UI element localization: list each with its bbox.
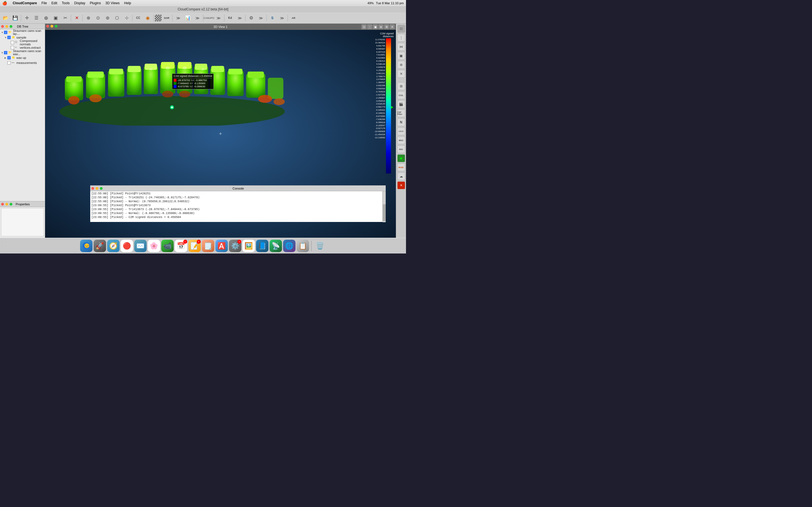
rt-mso[interactable]: MSO <box>397 136 405 144</box>
toolbar-pick2[interactable]: ⊙ <box>93 13 102 22</box>
rt-hrr[interactable]: HRR <box>397 127 405 135</box>
viewport-maximize-btn[interactable] <box>55 25 57 27</box>
tree-item-measurements[interactable]: ▶ — measurements <box>0 60 45 65</box>
rt-view1[interactable]: ⊞ <box>397 82 405 90</box>
menu-tools[interactable]: Tools <box>62 1 70 5</box>
toolbar-open[interactable]: 📂 <box>1 13 10 22</box>
dock-notes2[interactable]: 🗒️ <box>202 240 214 252</box>
tree-checkbox-compressed[interactable] <box>11 41 14 44</box>
prop-minimize[interactable] <box>5 203 8 206</box>
dock-calendar[interactable]: 📅 1 <box>175 240 187 252</box>
viewport-area[interactable]: 3D View 1 ⊡ ⋮ ▣ ⊛ ⚙ ✕ <box>45 24 396 238</box>
rt-rod[interactable]: ROD <box>397 163 405 171</box>
toolbar-translate[interactable]: ⊕ <box>42 13 50 22</box>
toolbar-chart[interactable]: 📊 <box>183 13 192 22</box>
console-scrollbar[interactable] <box>382 191 386 222</box>
toolbar-sor[interactable]: SOR <box>162 13 171 22</box>
tree-checkbox-waxup[interactable]: ✓ <box>7 56 11 59</box>
tree-checkbox-measurements[interactable] <box>7 61 11 64</box>
tree-arrow-sample[interactable]: ▼ <box>4 36 7 39</box>
rt-film[interactable]: 🎬 <box>397 100 405 108</box>
toolbar-more5[interactable]: ≫ <box>256 13 265 22</box>
console-scrollbar-thumb[interactable] <box>383 204 386 221</box>
dock-radar[interactable]: 📡 <box>269 240 282 252</box>
dock-finder[interactable]: 😊 <box>80 240 93 252</box>
rt-cloud[interactable]: ☁ <box>397 172 405 180</box>
toolbar-cloud[interactable]: ⊛ <box>103 13 112 22</box>
toolbar-more1[interactable]: ≫ <box>174 13 183 22</box>
vp-btn1[interactable]: ⊡ <box>361 24 366 29</box>
toolbar-kd[interactable]: Kd <box>225 13 235 22</box>
rt-close[interactable]: ✕ <box>397 70 405 78</box>
menu-edit[interactable]: Edit <box>51 1 57 5</box>
tree-checkbox-vertices[interactable] <box>11 46 14 49</box>
toolbar-delete[interactable]: ✕ <box>72 13 81 22</box>
rt-green-dot[interactable]: ● <box>397 154 405 162</box>
toolbar-ar[interactable]: AR <box>289 13 298 22</box>
menu-display[interactable]: Display <box>74 1 85 5</box>
dock-sysprefs[interactable]: ⚙️ 1 <box>229 240 241 252</box>
dock-trash[interactable]: 🗑️ <box>314 240 326 252</box>
console-maximize[interactable] <box>100 187 103 190</box>
vp-btn5[interactable]: ⚙ <box>384 24 389 29</box>
console-close[interactable] <box>91 187 94 190</box>
tree-arrow-waxup[interactable]: ▶ <box>4 57 7 59</box>
toolbar-canudo[interactable]: CANUPO <box>204 13 213 22</box>
tree-arrow-straumann2[interactable]: ▼ <box>1 52 4 54</box>
rt-col[interactable]: COL <box>397 91 405 99</box>
prop-maximize[interactable] <box>10 203 12 206</box>
console-minimize[interactable] <box>96 187 98 190</box>
rt-perspective-on[interactable]: ⊡ <box>397 25 405 33</box>
toolbar-gear[interactable]: ⚙ <box>247 13 256 22</box>
toolbar-save[interactable]: 💾 <box>11 13 20 22</box>
tree-item-waxup[interactable]: ▶ ✓ ⭐ wax up <box>0 55 45 60</box>
toolbar-sample[interactable]: ⊹ <box>122 13 131 22</box>
rt-n[interactable]: N <box>397 118 405 126</box>
toolbar-more3[interactable]: ≫ <box>214 13 223 22</box>
rt-perspective-off[interactable]: ⋮ <box>397 34 405 42</box>
console-content[interactable]: [22:55:00] [Picked] Point@Tri#28251 [22:… <box>90 191 386 222</box>
toolbar-s[interactable]: S <box>268 13 277 22</box>
dock-notes[interactable]: 📝 3 <box>188 240 201 252</box>
rt-csf[interactable]: CSF Filter <box>397 109 405 117</box>
vp-btn3[interactable]: ▣ <box>373 24 378 29</box>
vp-close-btn[interactable]: ✕ <box>390 24 395 29</box>
db-tree-close[interactable] <box>1 25 4 28</box>
dock-preview[interactable]: 🖼️ <box>243 240 255 252</box>
vp-btn4[interactable]: ⊛ <box>378 24 384 29</box>
toolbar-cc[interactable]: CC <box>134 13 143 22</box>
toolbar-mesh[interactable]: ⬡ <box>112 13 121 22</box>
toolbar-pick[interactable]: ✛ <box>22 13 31 22</box>
tree-checkbox-straumann2[interactable]: ✓ <box>4 51 7 54</box>
dock-facetime[interactable]: 📹 <box>161 240 174 252</box>
rt-rect[interactable]: ▣ <box>397 52 405 60</box>
menu-3dviews[interactable]: 3D Views <box>105 1 119 5</box>
tree-item-straumann1[interactable]: ▼ ✓ 📁 Straumann cares scan lay-... <box>0 30 45 35</box>
toolbar-segment[interactable]: ▣ <box>51 13 60 22</box>
rt-pev[interactable]: PEV <box>397 145 405 153</box>
menu-help[interactable]: Help <box>124 1 131 5</box>
prop-close[interactable] <box>1 203 4 206</box>
db-tree-content[interactable]: ▼ ✓ 📁 Straumann cares scan lay-... ▼ ✓ ⭐… <box>0 29 45 201</box>
rt-red-x[interactable]: ✕ <box>397 181 405 189</box>
tree-checkbox-sample[interactable]: ✓ <box>7 36 11 39</box>
dock-launchpad[interactable]: 🚀 <box>94 240 106 252</box>
vp-btn2[interactable]: ⋮ <box>367 24 372 29</box>
db-tree-maximize[interactable] <box>10 25 12 28</box>
toolbar-checker[interactable] <box>155 15 161 21</box>
menu-file[interactable]: File <box>42 1 47 5</box>
tree-item-straumann2[interactable]: ▼ ✓ 📁 Straumann cares scan wax... <box>0 50 45 55</box>
dock-word[interactable]: 📘 <box>256 240 268 252</box>
toolbar-scissors[interactable]: ✂ <box>61 13 70 22</box>
toolbar-merge[interactable]: ⊗ <box>84 13 93 22</box>
toolbar-more4[interactable]: ≫ <box>235 13 244 22</box>
viewport-minimize-btn[interactable] <box>50 25 53 27</box>
viewport-close-btn[interactable] <box>46 25 49 27</box>
tree-checkbox-straumann1[interactable]: ✓ <box>4 31 7 34</box>
toolbar-color[interactable]: ◉ <box>143 13 152 22</box>
apple-menu[interactable]: 🍎 <box>2 1 7 5</box>
tree-item-compressed[interactable]: ▶ ⬡ Compressed normals <box>0 40 45 45</box>
rt-link[interactable]: ⋈ <box>397 43 405 51</box>
dock-appstore[interactable]: 🅰️ <box>215 240 228 252</box>
toolbar-more2[interactable]: ≫ <box>193 13 202 22</box>
